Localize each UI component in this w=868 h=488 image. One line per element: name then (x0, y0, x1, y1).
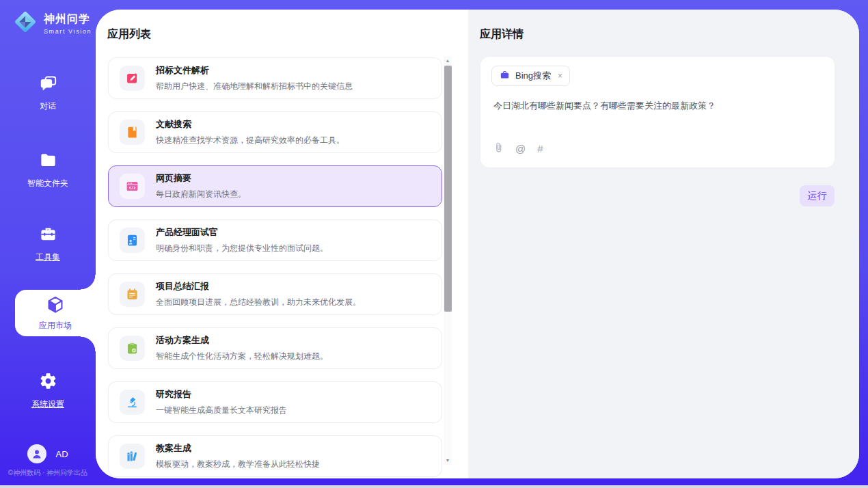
brand-subtitle: Smart Vision (44, 28, 92, 35)
cube-icon (46, 295, 65, 316)
list-item-bid-parse[interactable]: 招标文件解析 帮助用户快速、准确地理解和解析招标书中的关键信息 (108, 57, 442, 99)
app-desc: 明确身份和职责，为您提供专业性的面试问题。 (156, 243, 328, 254)
edit-document-icon (120, 66, 145, 91)
list-item-event-plan[interactable]: 活动方案生成 智能生成个性化活动方案，轻松解决规划难题。 (108, 327, 442, 369)
app-title: 教案生成 (156, 442, 320, 455)
bottom-edge-strip (0, 485, 868, 488)
sidebar-active-bubble: 应用市场 (15, 290, 96, 336)
list-item-research-report[interactable]: 研究报告 一键智能生成高质量长文本研究报告 (108, 381, 442, 423)
list-item-lesson-plan[interactable]: 教案生成 模板驱动，教案秒成，教学准备从此轻松快捷 (108, 435, 442, 477)
sidebar-item-app-market[interactable]: 应用市场 (15, 290, 96, 336)
scrollbar-thumb[interactable] (444, 66, 452, 312)
toolbox-icon (39, 225, 57, 246)
app-title: 招标文件解析 (156, 64, 353, 77)
sidebar-item-label: 应用市场 (39, 320, 72, 331)
app-list-section: 应用列表 招标文件解析 帮助用户快速、准确地理解和解析招标书中的关键信息 (96, 10, 468, 478)
sidebar-item-chat[interactable]: 对话 (0, 74, 96, 112)
list-scrollbar[interactable]: ▲ ▼ (444, 56, 452, 465)
folder-icon (39, 151, 57, 172)
app-desc: 模板驱动，教案秒成，教学准备从此轻松快捷 (156, 459, 320, 470)
prompt-card: Bing搜索 × 今日湖北有哪些新闻要点？有哪些需要关注的最新政策？ @ # (480, 56, 835, 168)
app-title: 网页摘要 (156, 172, 246, 185)
user-name: AD (55, 449, 68, 459)
hash-icon[interactable]: # (537, 143, 543, 154)
list-item-project-summary[interactable]: 项目总结汇报 全面回顾项目进展，总结经验教训，助力未来优化发展。 (108, 273, 442, 315)
app-desc: 快速精准查找学术资源，提高研究效率的必备工具。 (156, 135, 344, 146)
app-title: 活动方案生成 (156, 334, 328, 347)
sidebar-item-label: 对话 (40, 100, 56, 112)
briefcase-icon (500, 70, 510, 82)
prompt-input[interactable]: 今日湖北有哪些新闻要点？有哪些需要关注的最新政策？ (493, 99, 821, 113)
clipboard-check-icon (120, 336, 145, 361)
app-desc: 全面回顾项目进展，总结经验教训，助力未来优化发展。 (156, 297, 361, 308)
app-title: 产品经理面试官 (156, 226, 328, 239)
app-list: 招标文件解析 帮助用户快速、准确地理解和解析招标书中的关键信息 文献搜索 快速精… (108, 57, 442, 478)
attach-toolbar: @ # (493, 142, 543, 155)
brand-name: 神州问学 (44, 12, 92, 27)
brand-logo: 神州问学 Smart Vision (12, 9, 92, 38)
sidebar-item-label: 系统设置 (31, 398, 64, 410)
app-detail-title: 应用详情 (480, 27, 524, 42)
run-button[interactable]: 运行 (800, 185, 835, 206)
main-panel: 应用列表 招标文件解析 帮助用户快速、准确地理解和解析招标书中的关键信息 (96, 10, 859, 478)
app-title: 研究报告 (156, 388, 287, 401)
app-desc: 帮助用户快速、准确地理解和解析招标书中的关键信息 (156, 81, 353, 92)
avatar (27, 444, 46, 463)
list-item-pm-interviewer[interactable]: 产品经理面试官 明确身份和职责，为您提供专业性的面试问题。 (108, 219, 442, 261)
calendar-note-icon (120, 282, 145, 307)
scroll-up-icon[interactable]: ▲ (444, 56, 452, 65)
paperclip-icon[interactable] (493, 142, 504, 155)
diamond-logo-icon (12, 9, 38, 38)
web-code-icon (120, 174, 145, 199)
sidebar-item-label: 工具集 (36, 252, 60, 263)
sidebar: 神州问学 Smart Vision 对话 智能文件夹 (0, 0, 96, 485)
list-item-literature-search[interactable]: 文献搜索 快速精准查找学术资源，提高研究效率的必备工具。 (108, 111, 442, 153)
sidebar-footer: ©神州数码 · 神州问学出品 (0, 468, 96, 478)
app-desc: 一键智能生成高质量长文本研究报告 (156, 405, 287, 416)
interview-doc-icon (120, 228, 145, 253)
books-icon (120, 444, 145, 469)
app-desc: 智能生成个性化活动方案，轻松解决规划难题。 (156, 351, 328, 362)
app-title: 文献搜索 (156, 118, 344, 131)
chat-icon (39, 74, 57, 95)
app-desc: 每日政府新闻资讯快查。 (156, 189, 246, 200)
at-mention-icon[interactable]: @ (515, 143, 526, 154)
sidebar-item-label: 智能文件夹 (27, 178, 68, 189)
sidebar-item-settings[interactable]: 系统设置 (0, 372, 96, 410)
app-detail-section: 应用详情 Bing搜索 × 今日湖北有哪些新闻要点？有哪些需要关注的最新政策？ (468, 10, 859, 478)
app-title: 项目总结汇报 (156, 280, 361, 293)
scroll-down-icon[interactable]: ▼ (444, 456, 452, 465)
list-item-web-summary[interactable]: 网页摘要 每日政府新闻资讯快查。 (108, 165, 442, 207)
book-icon (120, 120, 145, 145)
sidebar-item-toolbox[interactable]: 工具集 (0, 225, 96, 263)
close-icon[interactable]: × (558, 71, 562, 81)
app-list-title: 应用列表 (107, 27, 151, 42)
sidebar-item-smart-folder[interactable]: 智能文件夹 (0, 151, 96, 189)
tool-tag-bing-search[interactable]: Bing搜索 × (491, 66, 570, 86)
tool-tag-label: Bing搜索 (515, 70, 551, 82)
microscope-icon (120, 390, 145, 415)
user-row[interactable]: AD (0, 444, 96, 463)
app-window: 神州问学 Smart Vision 对话 智能文件夹 (0, 0, 868, 488)
gear-icon (39, 372, 57, 393)
